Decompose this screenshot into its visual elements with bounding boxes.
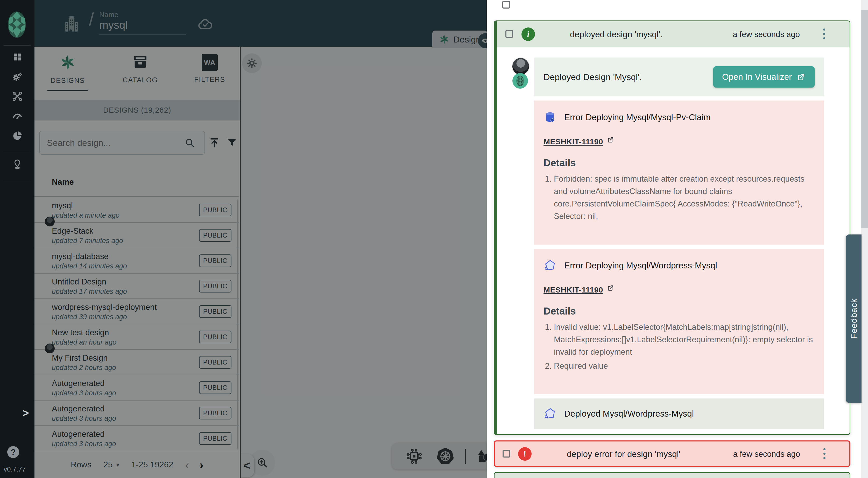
sidebar-item-lifecycle[interactable]	[0, 67, 34, 87]
workload-pod-icon	[544, 259, 556, 272]
details-heading: Details	[544, 158, 815, 169]
sidebar-item-explore[interactable]	[0, 154, 34, 174]
modal-backdrop	[34, 0, 487, 478]
sidebar-expand-chevron[interactable]: >	[23, 407, 29, 419]
notification-time: a few seconds ago	[733, 30, 800, 39]
notification-title: deploy error for design 'mysql'	[567, 449, 680, 459]
notification-checkbox[interactable]	[502, 450, 510, 457]
app-version: v0.7.77	[4, 465, 26, 473]
error-details-list: Invalid value: v1.LabelSelector{MatchLab…	[544, 321, 815, 372]
open-in-visualizer-button[interactable]: Open In Visualizer	[713, 66, 815, 88]
workload-pod-icon	[544, 407, 556, 420]
dashboard-grid-icon	[12, 52, 23, 62]
sidebar-divider	[4, 181, 31, 181]
external-link-icon	[607, 284, 615, 292]
error-title: Error Deploying Mysql/Wordpress-Mysql	[564, 261, 717, 270]
segmented-pie-icon	[12, 130, 23, 141]
feedback-tab[interactable]: Feedback	[846, 234, 862, 403]
meshery-logo-icon	[515, 75, 525, 87]
notification-center-panel: i deployed design 'mysql'. a few seconds…	[487, 0, 868, 478]
sidebar-item-configuration[interactable]	[0, 87, 34, 106]
sidebar-item-dashboard[interactable]	[0, 47, 34, 67]
location-pin-icon	[12, 159, 23, 170]
help-button[interactable]: ?	[7, 446, 19, 458]
notification-checkbox[interactable]	[505, 30, 513, 38]
external-link-icon	[607, 136, 615, 144]
notification-title: deployed design 'mysql'.	[570, 30, 662, 39]
app-root: / Name Design	[0, 0, 868, 478]
notification-header[interactable]: i deployed design 'mysql'. a few seconds…	[497, 21, 849, 47]
sidebar-item-extensions[interactable]	[0, 126, 34, 146]
meshkit-error-link[interactable]: MESHKIT-11190	[544, 286, 603, 294]
error-detail-section: Error Deploying Mysql/Wordpress-Mysql ME…	[534, 249, 824, 394]
error-detail-item: Forbidden: spec is immutable after creat…	[554, 173, 815, 223]
deployment-summary-text: Deployed Design 'Mysql'.	[544, 72, 642, 82]
sidebar-item-performance[interactable]	[0, 106, 34, 126]
deployed-success-row: Deployed Mysql/Wordpress-Mysql	[534, 399, 824, 429]
meshkit-error-link[interactable]: MESHKIT-11190	[544, 137, 603, 146]
app-sidebar: > ? v0.7.77	[0, 0, 34, 478]
deployment-summary-row: Deployed Design 'Mysql'. Open In Visuali…	[534, 58, 824, 96]
question-mark-icon: ?	[11, 447, 16, 457]
select-all-checkbox[interactable]	[502, 1, 510, 8]
notification-card-error[interactable]: ! deploy error for design 'mysql' a few …	[494, 440, 850, 467]
meshery-avatar	[513, 73, 528, 89]
deployed-success-text: Deployed Mysql/Wordpress-Mysql	[564, 409, 694, 419]
gears-icon	[12, 71, 23, 83]
panel-scrollbar-thumb[interactable]	[861, 10, 868, 228]
feedback-label: Feedback	[849, 298, 859, 339]
speedometer-icon	[12, 110, 23, 122]
notification-card-partial	[494, 472, 850, 478]
meshery-logo[interactable]	[4, 10, 29, 39]
error-details-list: Forbidden: spec is immutable after creat…	[544, 173, 815, 223]
error-circle-icon: !	[518, 447, 532, 460]
actor-avatar	[512, 58, 529, 75]
notification-menu-button[interactable]	[824, 448, 826, 459]
error-detail-item: Invalid value: v1.LabelSelector{MatchLab…	[554, 321, 815, 358]
details-heading: Details	[544, 306, 815, 317]
notification-menu-button[interactable]	[823, 29, 825, 39]
error-title: Error Deploying Mysql/Mysql-Pv-Claim	[564, 113, 711, 122]
crossed-tools-icon	[12, 91, 23, 102]
error-detail-section: Error Deploying Mysql/Mysql-Pv-Claim MES…	[534, 100, 824, 245]
persistent-volume-claim-icon	[544, 111, 556, 124]
notification-time: a few seconds ago	[733, 449, 800, 459]
info-circle-icon: i	[522, 28, 535, 41]
error-detail-item: Required value	[554, 360, 815, 372]
external-link-icon	[797, 72, 806, 82]
notification-card-deployed: i deployed design 'mysql'. a few seconds…	[494, 21, 850, 435]
